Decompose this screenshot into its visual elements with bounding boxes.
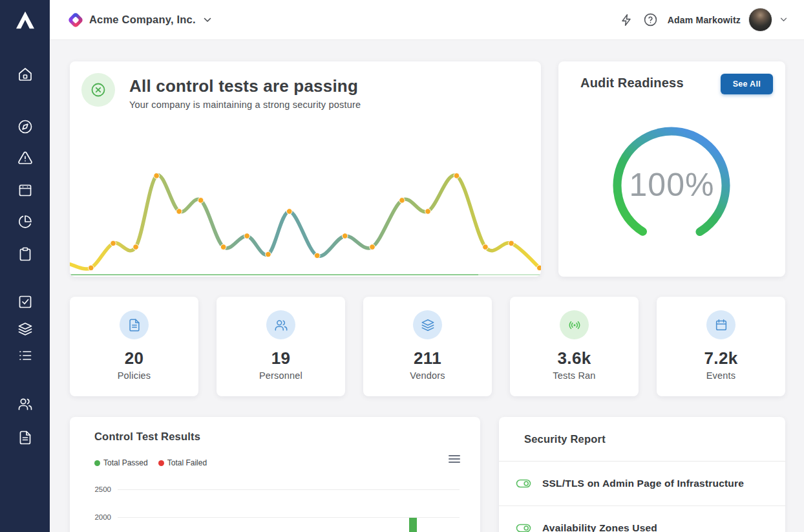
stat-value: 211 [363,348,492,368]
stat-icon-wrap [706,310,735,339]
sidebar-item-tests[interactable] [17,321,34,337]
stat-value: 20 [70,348,198,368]
circle-x-green-icon [90,81,107,98]
avatar [748,8,772,32]
chevron-down-icon [204,17,211,23]
audit-readiness-card: Audit Readiness See All 100% [558,61,785,277]
sidebar-item-reports[interactable] [17,213,34,230]
calendar-icon [714,318,728,332]
chart-legend: Total Passed Total Failed [94,458,207,467]
stat-label: Vendors [363,370,492,381]
y-tick: 2000 [94,513,111,521]
chevron-down-icon [780,17,787,22]
top-right-actions: Adam Markowitz [619,8,787,32]
sidebar-nav [17,40,34,446]
sidebar-item-frameworks[interactable] [17,182,34,198]
stat-value: 19 [217,348,345,368]
drata-logo[interactable] [0,0,50,40]
sidebar-item-policies[interactable] [17,246,34,262]
stat-icon-wrap [413,310,442,339]
readiness-percent: 100% [558,167,785,203]
users-icon [274,318,288,332]
stat-card-personnel[interactable]: 19 Personnel [217,297,345,396]
alert-triangle-icon [17,150,33,165]
legend-total-passed[interactable]: Total Passed [94,458,148,467]
pie-chart-icon [17,214,33,229]
stat-card-vendors[interactable]: 211 Vendors [363,297,492,396]
stat-label: Events [657,370,785,381]
legend-dot-failed [158,460,164,466]
security-report-title: Security Report [524,433,606,445]
stat-card-events[interactable]: 7.2k Events [657,297,785,396]
user-menu[interactable]: Adam Markowitz [668,8,787,32]
main-content: All control tests are passing Your compa… [50,40,804,532]
chart-menu-button[interactable] [449,454,460,463]
y-tick: 2500 [94,485,111,493]
list-icon [17,348,33,363]
help-button[interactable] [643,12,658,27]
stats-row: 20 Policies 19 Personnel 211 Vendors 3.6… [70,297,785,396]
toggle-monitor-icon [516,478,531,489]
sidebar-item-personnel[interactable] [17,396,34,412]
gridline-row: 2500 [94,485,460,494]
stat-icon-wrap [266,310,295,339]
legend-total-failed[interactable]: Total Failed [158,458,207,467]
stat-icon-wrap [560,310,589,339]
sidebar [0,0,50,532]
broadcast-icon [567,318,582,332]
trend-sparkline-chart [70,160,541,277]
notifications-button[interactable] [619,13,633,27]
security-report-item[interactable]: SSL/TLS on Admin Page of Infrastructure [499,461,785,505]
sidebar-item-documents[interactable] [17,429,34,446]
home-icon [17,67,33,82]
hero-title: All control tests are passing [129,76,361,96]
bar-total-passed [409,518,417,532]
users-icon [17,396,33,412]
legend-dot-passed [94,460,100,466]
stat-label: Tests Ran [510,370,639,381]
sidebar-item-controls[interactable] [17,293,34,310]
company-selector[interactable]: Acme Company, Inc. [70,14,211,26]
control-test-results-card: Control Test Results Total Passed Total … [70,417,480,532]
company-logo-icon [67,12,83,28]
sidebar-item-lists[interactable] [17,347,34,364]
check-square-icon [17,294,33,310]
hamburger-menu-icon [449,454,460,463]
user-name: Adam Markowitz [668,15,741,25]
stat-card-policies[interactable]: 20 Policies [70,297,198,396]
stat-label: Personnel [217,370,345,381]
stat-label: Policies [70,370,198,381]
calendar-frame-icon [17,182,33,198]
file-text-icon [17,430,33,445]
layers-icon [17,321,33,337]
security-report-card: Security Report SSL/TLS on Admin Page of… [499,417,785,532]
file-text-icon [127,318,142,332]
gridline-row: 2000 [94,513,460,522]
top-bar: Acme Company, Inc. Adam Markowitz [50,0,804,40]
stat-value: 3.6k [510,348,639,368]
brand-a-icon [15,10,36,30]
stat-icon-wrap [120,310,149,339]
stat-value: 7.2k [657,348,785,368]
clipboard-icon [17,246,33,262]
audit-title: Audit Readiness [580,76,684,90]
compass-icon [17,119,33,134]
layers-icon [421,318,435,332]
results-title: Control Test Results [94,431,200,443]
sidebar-item-home[interactable] [17,66,34,83]
hero-subtitle: Your company is maintaining a strong sec… [129,100,361,110]
bolt-icon [619,13,633,27]
help-icon [643,12,658,27]
sidebar-item-compass[interactable] [17,118,34,135]
company-name: Acme Company, Inc. [89,14,196,26]
sidebar-item-risks[interactable] [17,149,34,166]
toggle-monitor-icon [516,523,531,532]
status-icon-wrap [81,73,115,107]
security-report-item[interactable]: Availability Zones Used [499,505,785,532]
stat-card-tests-ran[interactable]: 3.6k Tests Ran [510,297,639,396]
see-all-button[interactable]: See All [721,74,773,94]
hero-card: All control tests are passing Your compa… [70,61,541,277]
